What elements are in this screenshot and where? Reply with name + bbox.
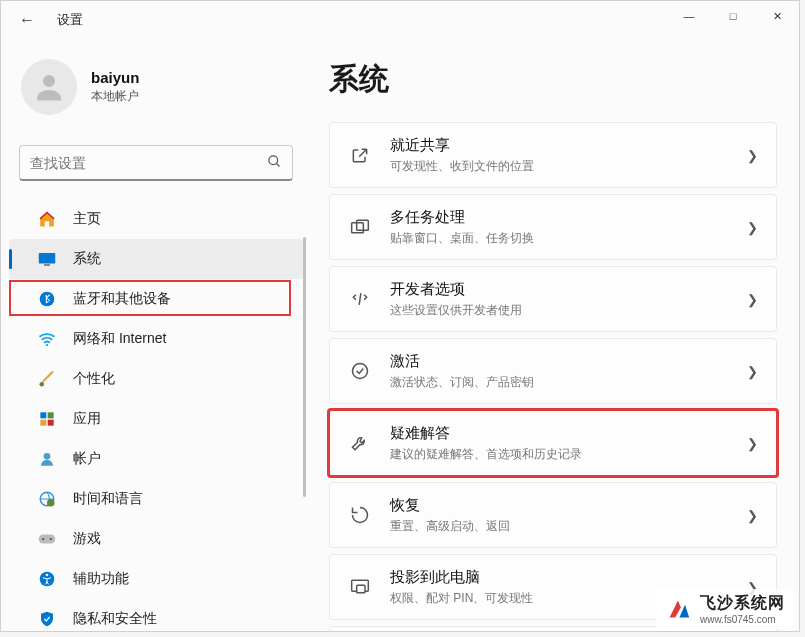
sidebar-item-accounts[interactable]: 帐户 bbox=[9, 439, 303, 479]
recovery-icon bbox=[348, 503, 372, 527]
chevron-right-icon: ❯ bbox=[747, 148, 758, 163]
page-title: 系统 bbox=[329, 59, 777, 100]
window-title: 设置 bbox=[57, 11, 83, 29]
search-box[interactable] bbox=[19, 145, 293, 181]
card-title: 多任务处理 bbox=[390, 208, 747, 227]
card-multitasking[interactable]: 多任务处理 贴靠窗口、桌面、任务切换 ❯ bbox=[329, 194, 777, 260]
chevron-right-icon: ❯ bbox=[747, 436, 758, 451]
svg-rect-21 bbox=[357, 220, 369, 230]
home-icon bbox=[37, 209, 57, 229]
card-title: 开发者选项 bbox=[390, 280, 747, 299]
card-activation[interactable]: 激活 激活状态、订阅、产品密钥 ❯ bbox=[329, 338, 777, 404]
nav-scrollbar[interactable] bbox=[303, 237, 306, 497]
svg-point-7 bbox=[40, 382, 45, 387]
sidebar-item-label: 时间和语言 bbox=[73, 490, 143, 508]
search-icon[interactable] bbox=[267, 154, 282, 172]
sidebar-item-personalization[interactable]: 个性化 bbox=[9, 359, 303, 399]
svg-point-6 bbox=[46, 344, 48, 346]
card-text: 就近共享 可发现性、收到文件的位置 bbox=[390, 136, 747, 175]
sidebar-item-bluetooth[interactable]: 蓝牙和其他设备 bbox=[9, 279, 303, 319]
card-text: 恢复 重置、高级启动、返回 bbox=[390, 496, 747, 535]
sidebar-item-label: 系统 bbox=[73, 250, 101, 268]
svg-line-2 bbox=[276, 163, 279, 166]
sidebar-item-label: 蓝牙和其他设备 bbox=[73, 290, 171, 308]
titlebar-left: ← 设置 bbox=[19, 11, 83, 29]
sidebar-item-label: 网络和 Internet bbox=[73, 330, 166, 348]
card-title: 投影到此电脑 bbox=[390, 568, 747, 587]
sidebar-item-privacy[interactable]: 隐私和安全性 bbox=[9, 599, 303, 631]
sidebar-item-network[interactable]: 网络和 Internet bbox=[9, 319, 303, 359]
sidebar-item-label: 个性化 bbox=[73, 370, 115, 388]
card-text: 多任务处理 贴靠窗口、桌面、任务切换 bbox=[390, 208, 747, 247]
content: baiyun 本地帐户 主页 系统 bbox=[1, 39, 799, 631]
svg-point-22 bbox=[353, 364, 368, 379]
apps-icon bbox=[37, 409, 57, 429]
avatar bbox=[21, 59, 77, 115]
sidebar-item-accessibility[interactable]: 辅助功能 bbox=[9, 559, 303, 599]
watermark-logo-icon bbox=[664, 595, 692, 623]
minimize-button[interactable]: ― bbox=[667, 1, 711, 31]
svg-rect-9 bbox=[48, 412, 54, 418]
svg-rect-10 bbox=[40, 420, 46, 426]
profile-sub: 本地帐户 bbox=[91, 88, 139, 105]
titlebar: ← 设置 ― □ ✕ bbox=[1, 1, 799, 39]
card-sub: 贴靠窗口、桌面、任务切换 bbox=[390, 230, 747, 247]
close-button[interactable]: ✕ bbox=[755, 1, 799, 31]
sidebar-item-label: 帐户 bbox=[73, 450, 101, 468]
troubleshoot-icon bbox=[348, 431, 372, 455]
brush-icon bbox=[37, 369, 57, 389]
card-text: 开发者选项 这些设置仅供开发者使用 bbox=[390, 280, 747, 319]
watermark-cn: 飞沙系统网 bbox=[700, 593, 785, 614]
sidebar-item-home[interactable]: 主页 bbox=[9, 199, 303, 239]
system-icon bbox=[37, 249, 57, 269]
project-icon bbox=[348, 575, 372, 599]
svg-rect-24 bbox=[357, 585, 365, 593]
sidebar-item-label: 辅助功能 bbox=[73, 570, 129, 588]
svg-rect-4 bbox=[44, 264, 50, 266]
profile[interactable]: baiyun 本地帐户 bbox=[1, 51, 311, 135]
sidebar-item-time-language[interactable]: 时间和语言 bbox=[9, 479, 303, 519]
svg-rect-20 bbox=[352, 223, 364, 233]
chevron-right-icon: ❯ bbox=[747, 508, 758, 523]
maximize-button[interactable]: □ bbox=[711, 1, 755, 31]
shield-icon bbox=[37, 609, 57, 629]
card-title: 激活 bbox=[390, 352, 747, 371]
svg-point-0 bbox=[43, 75, 55, 87]
search-input[interactable] bbox=[30, 155, 267, 171]
sidebar-item-label: 主页 bbox=[73, 210, 101, 228]
gamepad-icon bbox=[37, 529, 57, 549]
card-sub: 这些设置仅供开发者使用 bbox=[390, 302, 747, 319]
card-nearby-sharing[interactable]: 就近共享 可发现性、收到文件的位置 ❯ bbox=[329, 122, 777, 188]
main-panel: 系统 就近共享 可发现性、收到文件的位置 ❯ 多任务处理 贴靠窗口、桌面、任务切… bbox=[311, 39, 799, 631]
check-circle-icon bbox=[348, 359, 372, 383]
wifi-icon bbox=[37, 329, 57, 349]
chevron-right-icon: ❯ bbox=[747, 364, 758, 379]
card-developer[interactable]: 开发者选项 这些设置仅供开发者使用 ❯ bbox=[329, 266, 777, 332]
svg-point-12 bbox=[44, 453, 51, 460]
card-sub: 激活状态、订阅、产品密钥 bbox=[390, 374, 747, 391]
nav: 主页 系统 蓝牙和其他设备 网络和 Internet 个性化 bbox=[1, 199, 311, 631]
sidebar-item-system[interactable]: 系统 bbox=[9, 239, 303, 279]
chevron-right-icon: ❯ bbox=[747, 292, 758, 307]
card-text: 疑难解答 建议的疑难解答、首选项和历史记录 bbox=[390, 424, 747, 463]
watermark-text: 飞沙系统网 www.fs0745.com bbox=[700, 593, 785, 625]
profile-info: baiyun 本地帐户 bbox=[91, 69, 139, 105]
svg-rect-8 bbox=[40, 412, 46, 418]
card-text: 激活 激活状态、订阅、产品密钥 bbox=[390, 352, 747, 391]
back-button[interactable]: ← bbox=[19, 11, 35, 29]
svg-point-17 bbox=[50, 538, 52, 540]
share-icon bbox=[348, 143, 372, 167]
card-sub: 建议的疑难解答、首选项和历史记录 bbox=[390, 446, 747, 463]
multitask-icon bbox=[348, 215, 372, 239]
card-sub: 重置、高级启动、返回 bbox=[390, 518, 747, 535]
card-recovery[interactable]: 恢复 重置、高级启动、返回 ❯ bbox=[329, 482, 777, 548]
wrench-icon bbox=[348, 287, 372, 311]
card-troubleshoot[interactable]: 疑难解答 建议的疑难解答、首选项和历史记录 ❯ bbox=[329, 410, 777, 476]
accessibility-icon bbox=[37, 569, 57, 589]
sidebar-item-gaming[interactable]: 游戏 bbox=[9, 519, 303, 559]
sidebar-item-apps[interactable]: 应用 bbox=[9, 399, 303, 439]
sidebar-item-label: 应用 bbox=[73, 410, 101, 428]
card-sub: 可发现性、收到文件的位置 bbox=[390, 158, 747, 175]
person-icon bbox=[37, 449, 57, 469]
svg-rect-11 bbox=[48, 420, 54, 426]
